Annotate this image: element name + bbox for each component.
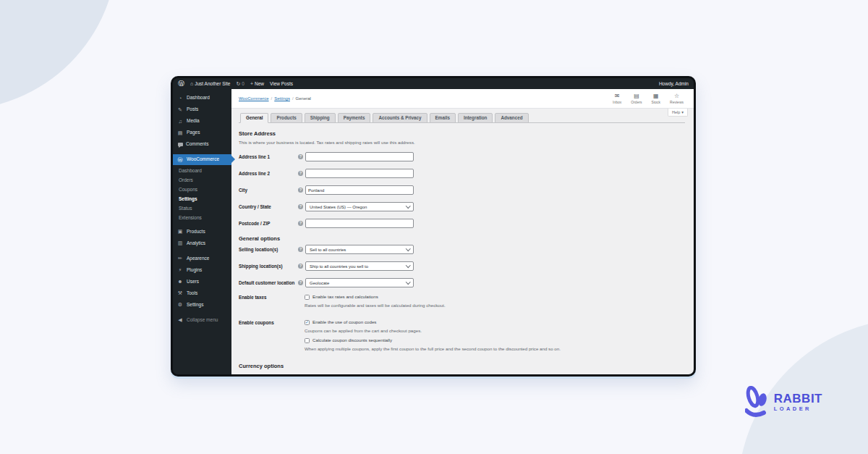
collapse-menu-button[interactable]: ◀ Collapse menu	[173, 314, 231, 325]
wp-admin-bar: Ⓦ ⌂ Just Another Site ↻ 0 + New View Pos…	[173, 78, 694, 89]
tab-accounts-privacy[interactable]: Accounts & Privacy	[373, 113, 427, 123]
breadcrumb-separator: /	[271, 96, 273, 101]
view-posts-link[interactable]: View Posts	[270, 81, 293, 86]
enable-coupons-checkbox-row[interactable]: ✓ Enable the use of coupon codes	[305, 320, 561, 325]
field-label: Country / State	[239, 204, 298, 210]
form-row-default-customer-location: Default customer location ? Geolocate	[239, 278, 685, 287]
tab-payments[interactable]: Payments	[338, 113, 371, 123]
sidebar-item-posts[interactable]: ✎ Posts	[173, 104, 231, 115]
help-tip-icon[interactable]: ?	[298, 221, 303, 226]
sidebar-item-pages[interactable]: ▤ Pages	[173, 127, 231, 138]
sidebar-item-tools[interactable]: ⚒ Tools	[173, 287, 231, 298]
help-label: Help	[672, 110, 680, 114]
tab-general[interactable]: General	[240, 113, 268, 123]
howdy-account-menu[interactable]: Howdy, Admin	[659, 81, 689, 86]
submenu-item-status[interactable]: Status	[173, 203, 231, 213]
sidebar-item-woocommerce[interactable]: Ⓦ WooCommerce	[173, 154, 231, 165]
chevron-down-icon	[406, 246, 410, 251]
form-row-address-line-2: Address line 2 ?	[239, 169, 685, 178]
site-name-link[interactable]: ⌂ Just Another Site	[190, 81, 230, 86]
activity-inbox-button[interactable]: ✉ Inbox	[613, 93, 621, 104]
submenu-item-settings[interactable]: Settings	[173, 194, 231, 203]
tab-products[interactable]: Products	[271, 113, 302, 123]
tab-advanced[interactable]: Advanced	[495, 113, 528, 123]
settings-main: General Products Shipping Payments Accou…	[231, 109, 694, 369]
field-label: Postcode / ZIP	[239, 221, 298, 227]
submenu-item-dashboard[interactable]: Dashboard	[173, 166, 231, 175]
sidebar-item-plugins[interactable]: ⚡ Plugins	[173, 264, 231, 275]
help-tip-icon[interactable]: ?	[298, 188, 303, 193]
sidebar-item-appearance[interactable]: ✏ Apearence	[173, 253, 231, 264]
sequential-coupons-checkbox[interactable]	[305, 338, 310, 343]
woocommerce-icon: Ⓦ	[177, 157, 183, 162]
activity-orders-button[interactable]: ▤ Orders	[631, 93, 642, 104]
enable-taxes-controls: Enable tax rates and calculations Rates …	[305, 295, 446, 313]
sidebar-item-users[interactable]: ☻ Users	[173, 276, 231, 287]
brand-subtitle: LOADER	[774, 406, 822, 412]
form-row-city: City ?	[239, 185, 685, 195]
sidebar-item-products[interactable]: ▣ Products	[173, 226, 231, 237]
help-tip-icon[interactable]: ?	[298, 280, 303, 285]
updates-icon: ↻	[236, 81, 240, 87]
help-tip-icon[interactable]: ?	[298, 204, 303, 209]
activity-stock-button[interactable]: ▦ Stock	[652, 93, 661, 104]
activity-label: Inbox	[613, 100, 621, 104]
rabbit-ears-icon	[745, 386, 770, 418]
activity-label: Reviews	[670, 100, 684, 104]
submenu-item-coupons[interactable]: Coupons	[173, 185, 231, 194]
sidebar-item-media[interactable]: ♫ Media	[173, 116, 231, 127]
submenu-item-orders[interactable]: Orders	[173, 175, 231, 185]
sidebar-item-analytics[interactable]: ▥ Analytics	[173, 237, 231, 248]
enable-taxes-checkbox-row[interactable]: Enable tax rates and calculations	[305, 295, 446, 300]
selected-value: Sell to all countries	[310, 248, 346, 252]
help-tip-icon[interactable]: ?	[298, 171, 303, 176]
help-tip-icon[interactable]: ?	[298, 247, 303, 252]
postcode-zip-input[interactable]	[305, 219, 414, 228]
stock-icon: ▦	[653, 93, 659, 99]
wordpress-logo-button[interactable]: Ⓦ	[178, 80, 184, 87]
field-label: Enable taxes	[239, 295, 305, 300]
checkbox-label[interactable]: Enable tax rates and calculations	[312, 295, 378, 299]
form-row-postcode: Postcode / ZIP ?	[239, 219, 685, 228]
checkbox-label[interactable]: Calculate coupon discounts sequentially	[312, 338, 392, 342]
page: Ⓦ ⌂ Just Another Site ↻ 0 + New View Pos…	[0, 0, 868, 454]
breadcrumb-woocommerce-link[interactable]: WooCommerce	[239, 96, 269, 101]
enable-taxes-description: Rates will be configurable and taxes wil…	[305, 303, 446, 308]
enable-coupon-codes-checkbox[interactable]: ✓	[305, 320, 310, 325]
default-customer-location-select[interactable]: Geolocate	[305, 278, 414, 287]
enable-taxes-checkbox[interactable]	[305, 295, 310, 300]
sidebar-item-comments[interactable]: Comments	[173, 139, 231, 150]
address-line-2-input[interactable]	[305, 169, 414, 178]
sidebar-item-dashboard[interactable]: ◔ Dashboard	[173, 93, 231, 104]
form-row-address-line-1: Address line 1 ?	[239, 152, 685, 161]
address-line-1-input[interactable]	[305, 152, 414, 161]
submenu-item-extensions[interactable]: Extensions	[173, 213, 231, 222]
tab-shipping[interactable]: Shipping	[305, 113, 336, 123]
settings-icon: ⚙	[177, 302, 183, 307]
breadcrumb-settings-link[interactable]: Settings	[274, 96, 290, 101]
help-tip-icon[interactable]: ?	[298, 154, 303, 159]
help-tip-icon[interactable]: ?	[298, 264, 303, 269]
shipping-locations-select[interactable]: Ship to all countries you sell to	[305, 261, 414, 271]
tab-emails[interactable]: Emails	[430, 113, 456, 123]
help-button[interactable]: Help ▾	[668, 109, 688, 117]
breadcrumb: WooCommerce / Settings / General	[239, 96, 311, 101]
dashboard-icon: ◔	[177, 96, 183, 101]
selling-locations-select[interactable]: Sell to all countries	[305, 245, 414, 254]
checkbox-label[interactable]: Enable the use of coupon codes	[312, 320, 376, 324]
form-row-shipping-locations: Shipping location(s) ? Ship to all count…	[239, 261, 685, 271]
sequential-coupons-checkbox-row[interactable]: Calculate coupon discounts sequentially	[305, 338, 561, 343]
sidebar-item-settings[interactable]: ⚙ Settings	[173, 299, 231, 310]
new-content-button[interactable]: + New	[250, 81, 264, 86]
sidebar-item-label: Users	[187, 279, 199, 285]
chevron-down-icon	[406, 263, 410, 267]
activity-reviews-button[interactable]: ☆ Reviews	[670, 93, 684, 104]
updates-button[interactable]: ↻ 0	[236, 81, 244, 87]
store-address-description: This is where your business is located. …	[239, 140, 685, 146]
city-input[interactable]	[305, 185, 414, 195]
sidebar-item-label: Pages	[187, 130, 200, 135]
sidebar-item-label: Dashboard	[187, 96, 210, 101]
pages-icon: ▤	[177, 130, 183, 135]
country-state-select[interactable]: United States (US) — Oregon	[305, 202, 414, 211]
tab-integration[interactable]: Integration	[458, 113, 493, 123]
